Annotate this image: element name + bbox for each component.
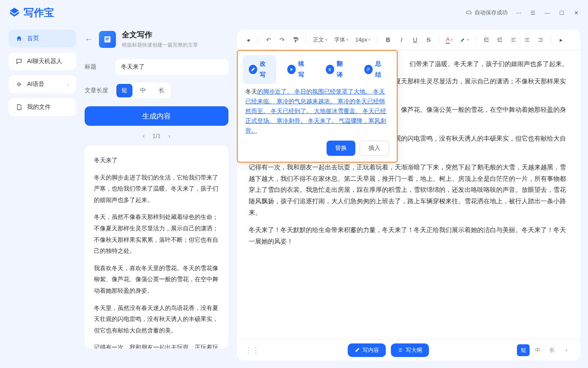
preview-card: 冬天来了 冬天的脚步走进了我们的生活，它给我们带来了严寒，也给我们带来了温暖。冬… [85, 145, 228, 349]
align-right-icon[interactable] [535, 33, 547, 46]
compose-icon [354, 347, 360, 353]
editor-paragraph[interactable]: 记得有一次，我和朋友一起出去玩耍，正玩着玩着，天渐渐暗了下来，突然下起了鹅毛般的… [249, 162, 569, 219]
insert-button[interactable]: 插入 [360, 141, 389, 156]
highlight-button[interactable]: ▾ [457, 37, 472, 43]
editor-panel: ◂ ↶ ↷ 正文▾ 字体▾ 14px▾ B I U S A▾ ▾ ▸ 改写 [237, 30, 580, 360]
page-subtitle: 根据标题快速创建一篇完整的文章 [122, 42, 198, 49]
sidebar-item-voice[interactable]: AI语音 › [8, 75, 76, 93]
app-name: 写作宝 [24, 6, 54, 19]
outline-icon [398, 347, 403, 353]
length-long[interactable]: 长 [154, 84, 170, 97]
align-center-icon[interactable] [521, 33, 533, 46]
redo-button[interactable]: ↷ [276, 33, 288, 46]
tab-continue[interactable]: 续写 [281, 55, 315, 84]
menu-icon[interactable]: ☰ [530, 9, 536, 16]
strike-button[interactable]: S [423, 33, 434, 46]
editor-bottom-bar: ⋮⋮ 写内容 写大纲 短 中 长 › [237, 339, 580, 360]
replace-button[interactable]: 替换 [327, 141, 355, 156]
chat-icon [15, 58, 23, 65]
sidebar-item-home[interactable]: 首页 [8, 30, 76, 47]
bold-button[interactable]: B [382, 33, 394, 46]
pager-text: 1/1 [152, 133, 160, 139]
rewrite-icon [249, 65, 257, 74]
sidebar-item-chatbot[interactable]: AI聊天机器人 [8, 53, 76, 70]
align-left-icon[interactable] [508, 33, 519, 46]
tab-rewrite[interactable]: 改写 [243, 55, 276, 84]
write-outline-button[interactable]: 写大纲 [391, 343, 429, 357]
format-paint-icon[interactable] [290, 33, 302, 46]
pager-prev[interactable]: ‹ [143, 133, 145, 139]
page-title: 全文写作 [122, 30, 198, 40]
bottom-length-mid[interactable]: 中 [531, 344, 544, 356]
close-button[interactable]: ✕ [573, 9, 580, 16]
title-label: 标题 [85, 63, 110, 71]
font-color-button[interactable]: A▾ [443, 36, 456, 44]
preview-paragraph: 记得有一次，我和朋友一起出去玩耍，正玩着玩着，天渐渐暗了下来，突然下起了鹅毛般的… [94, 342, 219, 349]
paragraph-style-dropdown[interactable]: 正文▾ [310, 36, 330, 44]
write-content-button[interactable]: 写内容 [348, 343, 386, 357]
ai-rewrite-popup: 改写 续写 文 翻译 总结 冬天的脚步近了。 冬日的氛围已经笼罩了大地。 冬天已… [237, 50, 398, 163]
svg-text:文: 文 [328, 67, 331, 71]
preview-paragraph: 我喜欢冬天，喜欢冬天里的雪花。冬天的雪花像柳絮、像芦花、像蒲公英一般的雪花，在空… [94, 263, 219, 296]
sidebar-item-files[interactable]: 我的文件 [8, 98, 76, 116]
italic-button[interactable]: I [396, 33, 407, 46]
pager-next[interactable]: › [168, 133, 170, 139]
home-icon [15, 35, 23, 42]
cloud-icon [466, 9, 473, 16]
summary-icon [364, 65, 373, 74]
page-type-icon [99, 31, 116, 48]
sidebar-item-label: AI聊天机器人 [27, 58, 62, 65]
indent-decrease-icon[interactable] [481, 33, 492, 46]
tab-translate[interactable]: 文 翻译 [320, 55, 353, 84]
toolbar-next-icon[interactable]: ▸ [555, 33, 567, 46]
tab-summarize[interactable]: 总结 [358, 55, 392, 84]
file-icon [15, 103, 23, 111]
editor-toolbar: ◂ ↶ ↷ 正文▾ 字体▾ 14px▾ B I U S A▾ ▾ ▸ [237, 30, 580, 50]
continue-icon [287, 65, 296, 74]
chevron-right-icon: › [67, 81, 69, 88]
more-icon[interactable]: ⋯ [515, 9, 522, 16]
toolbar-prev-icon[interactable]: ◂ [242, 33, 254, 46]
translate-icon: 文 [326, 65, 334, 74]
sidebar-item-label: 首页 [27, 35, 39, 42]
bottom-length-short[interactable]: 短 [517, 344, 530, 356]
length-label: 文章长度 [85, 87, 110, 94]
popup-result-text: 冬天的脚步近了。 冬日的氛围已经笼罩了大地。 冬天已经来临。 寒冷的气息越来越浓… [238, 87, 397, 141]
logo-icon [8, 7, 20, 19]
bottom-length-long[interactable]: 长 [546, 344, 558, 356]
preview-paragraph: 冬天，虽然不像春天那样到处藏着绿色的生命；不像夏天那样生灵尽显活力，展示自己的潇… [94, 211, 219, 256]
sidebar-item-label: 我的文件 [27, 103, 51, 111]
preview-paragraph: 冬天的脚步走进了我们的生活，它给我们带来了严寒，也给我们带来了温暖。冬天来了，孩… [94, 172, 219, 206]
length-mid[interactable]: 中 [135, 84, 151, 97]
sidebar: 首页 AI聊天机器人 AI语音 › 我的文件 [8, 30, 76, 121]
generate-button[interactable]: 生成内容 [85, 106, 228, 126]
undo-button[interactable]: ↶ [263, 33, 275, 46]
voice-icon [15, 80, 23, 88]
font-family-dropdown[interactable]: 字体▾ [332, 36, 351, 44]
title-input[interactable] [115, 59, 228, 75]
chevron-right-icon[interactable]: › [560, 344, 573, 356]
drag-handle-icon[interactable]: ⋮⋮ [245, 346, 260, 355]
indent-increase-icon[interactable] [494, 33, 506, 46]
editor-body[interactable]: 改写 续写 文 翻译 总结 冬天的脚步近了。 冬日的氛围已经笼罩了大地。 冬天已… [237, 50, 580, 339]
underline-button[interactable]: U [409, 33, 421, 46]
back-button[interactable]: ← [85, 34, 93, 44]
autosave-status: 自动保存成功 [466, 9, 508, 17]
editor-paragraph[interactable]: 冬天来了！冬天默默的给生命带来积蓄的力量，冬天来了！冬天正给我们展示着她的洁白与… [249, 224, 569, 247]
preview-heading: 冬天来了 [94, 155, 219, 166]
app-logo: 写作宝 [8, 6, 54, 19]
font-size-dropdown[interactable]: 14px▾ [353, 36, 373, 43]
maximize-button[interactable]: ☐ [558, 9, 565, 16]
minimize-button[interactable]: — [544, 9, 551, 16]
sidebar-item-label: AI语音 [27, 80, 44, 88]
length-short[interactable]: 短 [116, 84, 132, 97]
preview-paragraph: 冬天里，虽然没有春天迷人的鸟语花香，没有夏天壮观的闪电雷鸣，没有秋天诱人的丰硕果… [94, 302, 219, 336]
